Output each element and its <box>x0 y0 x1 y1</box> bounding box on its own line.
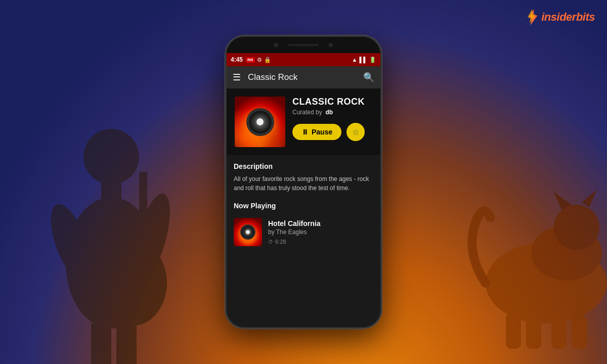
search-icon[interactable]: 🔍 <box>363 72 374 83</box>
camera-left <box>274 43 278 47</box>
status-right-icons: ▲ ▌▌ 🔋 <box>352 57 376 63</box>
battery-icon: 🔋 <box>369 57 376 63</box>
status-time: 4:45 <box>231 56 243 63</box>
app-bar: ☰ Classic Rock 🔍 <box>227 66 380 88</box>
settings-icon: ⚙ <box>257 57 262 63</box>
wifi-icon: ▲ <box>352 57 358 63</box>
song-title: Hotel California <box>268 219 373 228</box>
song-duration: 6:28 <box>275 239 286 245</box>
svg-rect-2 <box>101 182 121 222</box>
star-icon: ☆ <box>352 127 359 137</box>
svg-marker-14 <box>582 190 597 207</box>
clock-icon: ⏱ <box>268 239 273 245</box>
curator-name: db <box>325 109 333 116</box>
svg-point-6 <box>106 212 157 273</box>
hero-curator: Curated by db <box>292 109 372 116</box>
signal-icon: ▌▌ <box>359 57 367 63</box>
phone-frame: 4:45 RR ⚙ 🔒 ▲ ▌▌ 🔋 ☰ Classic Rock 🔍 <box>225 35 382 329</box>
vinyl-center <box>256 118 264 125</box>
logo-text-orange: bits <box>576 11 595 23</box>
mini-vinyl <box>240 224 255 240</box>
status-icons: RR ⚙ 🔒 <box>246 57 271 63</box>
mini-vinyl-center <box>246 230 250 234</box>
song-info: Hotel California by The Eagles ⏱ 6:28 <box>268 219 373 245</box>
bolt-icon <box>525 9 539 25</box>
svg-rect-7 <box>139 172 147 253</box>
now-playing-item[interactable]: Hotel California by The Eagles ⏱ 6:28 <box>234 214 373 250</box>
phone-container: 4:45 RR ⚙ 🔒 ▲ ▌▌ 🔋 ☰ Classic Rock 🔍 <box>225 35 382 329</box>
menu-icon[interactable]: ☰ <box>233 72 241 83</box>
favorite-button[interactable]: ☆ <box>346 123 365 141</box>
hero-actions: ⏸ Pause ☆ <box>292 123 372 141</box>
phone-content[interactable]: CLASSIC ROCK Curated by db ⏸ Pause ☆ <box>227 88 380 327</box>
app-title: Classic Rock <box>248 72 363 82</box>
pause-icon: ⏸ <box>301 128 309 136</box>
status-bar: 4:45 RR ⚙ 🔒 ▲ ▌▌ 🔋 <box>227 53 380 66</box>
song-thumbnail <box>234 218 262 246</box>
svg-point-1 <box>83 129 139 185</box>
svg-rect-8 <box>91 324 111 364</box>
insiderbits-logo: insiderbits <box>525 9 595 25</box>
phone-top-bar <box>227 37 380 53</box>
pause-button-label: Pause <box>312 128 332 136</box>
content-area: Description All of your favorite rock so… <box>227 155 380 257</box>
svg-rect-18 <box>572 316 587 349</box>
svg-rect-16 <box>526 316 541 349</box>
right-decoration <box>405 0 607 364</box>
pause-button[interactable]: ⏸ Pause <box>292 124 341 140</box>
song-artist: by The Eagles <box>268 229 373 236</box>
svg-rect-9 <box>116 324 137 364</box>
song-duration-row: ⏱ 6:28 <box>268 239 373 245</box>
guitar-silhouette <box>30 0 243 364</box>
vinyl-disc <box>246 108 274 136</box>
song-thumb-art <box>234 218 262 246</box>
svg-rect-17 <box>551 313 567 349</box>
description-title: Description <box>234 162 373 170</box>
lock-icon: 🔒 <box>264 57 271 63</box>
hero-section: CLASSIC ROCK Curated by db ⏸ Pause ☆ <box>227 88 380 155</box>
curator-label: Curated by <box>292 109 322 116</box>
status-badge-rr: RR <box>246 57 255 63</box>
hero-info: CLASSIC ROCK Curated by db ⏸ Pause ☆ <box>292 97 372 141</box>
svg-rect-15 <box>506 313 521 349</box>
camera-right <box>329 43 333 47</box>
svg-point-12 <box>554 205 599 250</box>
logo-text-white: insider <box>541 11 576 23</box>
hero-playlist-title: CLASSIC ROCK <box>292 97 372 107</box>
description-text: All of your favorite rock songs from the… <box>234 174 373 193</box>
speaker <box>288 44 319 46</box>
now-playing-title: Now Playing <box>234 202 373 210</box>
vinyl-fire-art <box>235 97 285 147</box>
album-art-large <box>235 97 285 147</box>
